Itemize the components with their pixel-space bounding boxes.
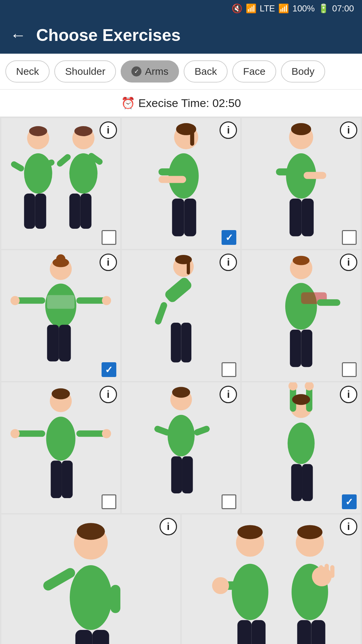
exercise-time-icon: ⏰ [121, 97, 135, 109]
svg-rect-51 [301, 330, 312, 367]
svg-rect-96 [311, 620, 325, 644]
checkbox-1[interactable] [102, 230, 116, 245]
svg-rect-24 [290, 199, 302, 236]
svg-rect-9 [69, 194, 80, 229]
checkbox-6[interactable] [342, 362, 357, 377]
info-button-1[interactable]: i [100, 121, 117, 139]
checkbox-3[interactable] [342, 230, 357, 245]
svg-point-80 [70, 565, 112, 630]
info-button-7[interactable]: i [100, 386, 117, 403]
svg-rect-10 [80, 194, 92, 229]
exercise-card-8[interactable]: i [122, 382, 241, 513]
checkbox-9[interactable] [342, 494, 357, 509]
active-check-icon: ✓ [131, 66, 141, 76]
exercise-card-5[interactable]: i [122, 250, 241, 381]
svg-point-13 [74, 126, 93, 136]
svg-rect-25 [302, 199, 314, 236]
svg-rect-18 [158, 168, 186, 175]
svg-rect-67 [154, 425, 171, 436]
category-tab-body[interactable]: Body [281, 60, 325, 83]
status-bar: 🔇 📶 LTE 📶 100% 🔋 07:00 [0, 0, 362, 17]
info-button-11[interactable]: i [340, 518, 357, 535]
svg-rect-41 [163, 276, 193, 304]
exercise-time-bar: ⏰ Execise Time: 02:50 [0, 90, 362, 117]
checkbox-7[interactable] [102, 494, 116, 509]
checkbox-5[interactable] [222, 362, 236, 377]
svg-rect-73 [302, 464, 313, 501]
exercise-bg-4 [1, 250, 120, 381]
svg-rect-56 [51, 461, 62, 498]
svg-point-64 [168, 415, 195, 457]
svg-point-61 [102, 429, 111, 438]
svg-point-53 [293, 256, 310, 265]
exercise-bg-2 [122, 118, 241, 249]
exercise-time-label: Execise Time: 02:50 [138, 97, 241, 109]
svg-point-69 [172, 387, 190, 398]
exercise-card-2[interactable]: i [122, 118, 241, 249]
shoulder-label: Shoulder [65, 66, 105, 77]
info-button-6[interactable]: i [340, 254, 357, 271]
info-button-9[interactable]: i [340, 386, 357, 403]
svg-rect-19 [158, 176, 186, 183]
svg-point-87 [232, 564, 268, 620]
lte-label: LTE [260, 3, 275, 14]
info-button-4[interactable]: i [100, 254, 117, 271]
exercise-card-3[interactable]: i [242, 118, 361, 249]
category-tab-shoulder[interactable]: Shoulder [54, 60, 116, 83]
neck-label: Neck [16, 66, 39, 77]
svg-rect-21 [190, 131, 194, 146]
face-label: Face [243, 66, 265, 77]
exercise-card-1[interactable]: i [1, 118, 120, 249]
info-button-10[interactable]: i [160, 518, 177, 535]
signal-icon: 📶 [278, 3, 289, 14]
svg-rect-84 [111, 585, 120, 613]
svg-point-77 [305, 382, 314, 390]
svg-point-91 [212, 577, 229, 594]
category-tab-neck[interactable]: Neck [5, 60, 50, 83]
app-header: ← Choose Exercises [0, 17, 362, 54]
back-button[interactable]: ← [10, 27, 26, 43]
svg-rect-65 [171, 457, 182, 493]
svg-point-85 [77, 523, 105, 540]
checkbox-2[interactable] [222, 230, 236, 245]
exercise-card-7[interactable]: i [1, 382, 120, 513]
back-label: Back [194, 66, 217, 77]
info-button-3[interactable]: i [340, 121, 357, 139]
exercise-card-6[interactable]: i [242, 250, 361, 381]
info-button-2[interactable]: i [220, 121, 237, 139]
exercise-card-11[interactable]: i [182, 515, 361, 644]
status-icons: 🔇 📶 LTE 📶 100% 🔋 07:00 [232, 3, 354, 14]
page-title: Choose Exercises [36, 25, 181, 45]
svg-point-55 [46, 417, 75, 461]
svg-point-48 [285, 283, 317, 330]
svg-rect-100 [324, 564, 329, 578]
wifi-icon: 📶 [246, 3, 256, 14]
svg-rect-2 [24, 194, 35, 229]
svg-point-71 [288, 423, 315, 464]
svg-rect-81 [75, 630, 92, 644]
time-label: 07:00 [332, 3, 354, 14]
svg-rect-17 [184, 199, 196, 236]
exercise-card-10[interactable]: i [1, 515, 180, 644]
category-tab-face[interactable]: Face [232, 60, 276, 83]
category-tab-back[interactable]: Back [184, 60, 228, 83]
svg-point-102 [297, 525, 323, 539]
svg-rect-11 [56, 153, 72, 168]
svg-rect-26 [276, 168, 304, 175]
battery-icon: 🔋 [318, 3, 329, 14]
svg-rect-95 [297, 620, 311, 644]
body-label: Body [292, 66, 314, 77]
svg-rect-43 [181, 323, 191, 362]
exercise-card-4[interactable]: i [1, 250, 120, 381]
exercise-card-9[interactable]: i [242, 382, 361, 513]
checkbox-4[interactable] [102, 362, 116, 377]
exercise-bg-7 [1, 382, 120, 513]
exercise-bg-11 [182, 515, 361, 644]
svg-rect-27 [304, 172, 326, 179]
checkbox-8[interactable] [222, 494, 236, 509]
svg-rect-99 [319, 565, 323, 578]
category-tab-arms[interactable]: ✓ Arms [121, 60, 179, 83]
svg-rect-68 [193, 425, 210, 436]
svg-rect-72 [291, 464, 302, 501]
svg-rect-46 [187, 261, 190, 275]
